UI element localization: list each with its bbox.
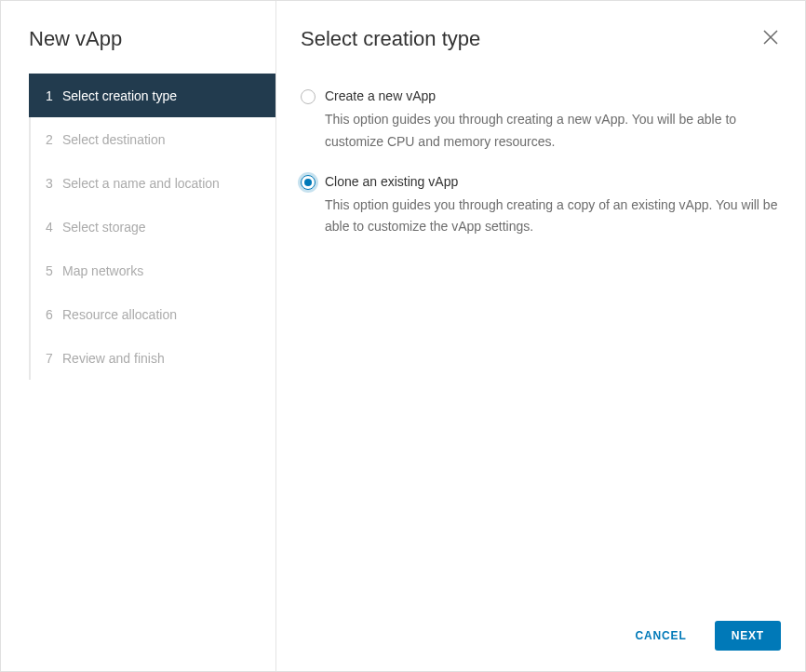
step-resource-allocation[interactable]: 6 Resource allocation [31, 292, 275, 336]
step-label: Review and finish [62, 351, 165, 366]
step-label: Select creation type [62, 88, 177, 103]
step-label: Select storage [62, 220, 146, 235]
option-description: This option guides you through creating … [325, 195, 781, 239]
step-review-finish[interactable]: 7 Review and finish [31, 336, 275, 380]
option-label: Create a new vApp [325, 88, 781, 103]
radio-icon[interactable] [301, 175, 316, 190]
step-map-networks[interactable]: 5 Map networks [31, 249, 275, 292]
step-label: Select a name and location [62, 176, 220, 191]
wizard-main: Select creation type Create a new vApp T… [276, 1, 805, 671]
step-select-creation-type[interactable]: 1 Select creation type [29, 74, 275, 117]
option-text: Create a new vApp This option guides you… [325, 88, 781, 154]
next-button[interactable]: NEXT [715, 621, 781, 651]
step-number: 7 [46, 351, 62, 366]
wizard-footer: CANCEL NEXT [621, 621, 781, 651]
cancel-button[interactable]: CANCEL [621, 621, 702, 651]
close-icon[interactable] [760, 27, 781, 50]
step-label: Map networks [62, 263, 143, 278]
wizard-title: New vApp [1, 27, 275, 74]
step-select-storage[interactable]: 4 Select storage [31, 205, 275, 249]
step-number: 1 [46, 88, 62, 103]
step-label: Select destination [62, 132, 166, 147]
step-label: Resource allocation [62, 307, 177, 322]
page-title: Select creation type [301, 27, 480, 51]
step-number: 2 [46, 132, 62, 147]
step-number: 5 [46, 263, 62, 278]
wizard-sidebar: New vApp 1 Select creation type 2 Select… [1, 1, 276, 671]
option-clone-existing-vapp[interactable]: Clone an existing vApp This option guide… [301, 174, 781, 239]
option-description: This option guides you through creating … [325, 109, 781, 154]
radio-icon[interactable] [301, 89, 316, 104]
option-label: Clone an existing vApp [325, 174, 781, 189]
step-number: 3 [46, 176, 62, 191]
wizard-steps: 1 Select creation type 2 Select destinat… [29, 74, 275, 380]
wizard-dialog: New vApp 1 Select creation type 2 Select… [0, 0, 806, 672]
step-number: 4 [46, 220, 62, 235]
step-select-name-location[interactable]: 3 Select a name and location [31, 161, 275, 205]
option-text: Clone an existing vApp This option guide… [325, 174, 781, 239]
option-create-new-vapp[interactable]: Create a new vApp This option guides you… [301, 88, 781, 154]
step-number: 6 [46, 307, 62, 322]
main-header: Select creation type [301, 27, 781, 51]
step-select-destination[interactable]: 2 Select destination [31, 117, 275, 161]
